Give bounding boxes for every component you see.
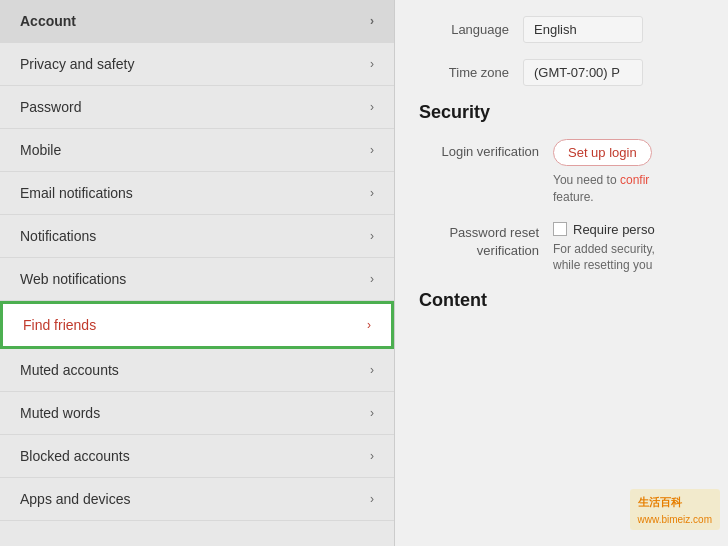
content-panel: Language English Time zone (GMT-07:00) P… <box>395 0 728 546</box>
timezone-label: Time zone <box>419 65 509 80</box>
chevron-right-icon: › <box>370 406 374 420</box>
password-reset-row: Password reset verification Require pers… <box>419 222 704 275</box>
sidebar-item-apps-devices[interactable]: Apps and devices › <box>0 478 394 521</box>
sidebar-item-find-friends[interactable]: Find friends › <box>0 301 394 349</box>
added-security-text: For added security, while resetting you <box>553 241 704 275</box>
verification-text: verification <box>477 243 539 258</box>
find-friends-label: Find friends <box>23 317 96 333</box>
security-section-title: Security <box>419 102 704 127</box>
confirm-link: confir <box>620 173 649 187</box>
require-checkbox-row: Require perso <box>553 222 704 237</box>
muted-accounts-label: Muted accounts <box>20 362 119 378</box>
require-checkbox[interactable] <box>553 222 567 236</box>
chevron-right-icon: › <box>370 229 374 243</box>
confirm-text: You need to confir feature. <box>553 172 704 206</box>
privacy-safety-label: Privacy and safety <box>20 56 134 72</box>
password-reset-text: Password reset <box>449 225 539 240</box>
login-verification-content: Set up login You need to confir feature. <box>553 139 704 206</box>
chevron-right-icon: › <box>370 492 374 506</box>
language-label: Language <box>419 22 509 37</box>
timezone-value: (GMT-07:00) P <box>523 59 643 86</box>
web-notifications-label: Web notifications <box>20 271 126 287</box>
content-inner: Language English Time zone (GMT-07:00) P… <box>395 0 728 327</box>
mobile-label: Mobile <box>20 142 61 158</box>
sidebar-item-muted-accounts[interactable]: Muted accounts › <box>0 349 394 392</box>
muted-words-label: Muted words <box>20 405 100 421</box>
sidebar-item-privacy-safety[interactable]: Privacy and safety › <box>0 43 394 86</box>
confirm-text-main: You need to confir <box>553 173 649 187</box>
sidebar-item-account-label: Account <box>20 13 76 29</box>
sidebar-item-password[interactable]: Password › <box>0 86 394 129</box>
email-notifications-label: Email notifications <box>20 185 133 201</box>
sidebar-item-notifications[interactable]: Notifications › <box>0 215 394 258</box>
chevron-right-icon: › <box>370 14 374 28</box>
added-security-line1: For added security, <box>553 242 655 256</box>
sidebar-item-muted-words[interactable]: Muted words › <box>0 392 394 435</box>
sidebar-item-mobile[interactable]: Mobile › <box>0 129 394 172</box>
content-section-title: Content <box>419 290 704 311</box>
chevron-right-icon: › <box>370 272 374 286</box>
watermark-text: 生活百科 <box>638 496 682 508</box>
blocked-accounts-label: Blocked accounts <box>20 448 130 464</box>
chevron-right-icon: › <box>370 57 374 71</box>
login-verification-row: Login verification Set up login You need… <box>419 139 704 206</box>
timezone-row: Time zone (GMT-07:00) P <box>419 59 704 86</box>
language-value: English <box>523 16 643 43</box>
sidebar-item-account[interactable]: Account › <box>0 0 394 43</box>
password-reset-label: Password reset verification <box>419 222 539 260</box>
password-label: Password <box>20 99 81 115</box>
watermark: 生活百科 www.bimeiz.com <box>630 489 720 530</box>
require-label: Require perso <box>573 222 655 237</box>
sidebar: Account › Privacy and safety › Password … <box>0 0 395 546</box>
confirm-text-feature: feature. <box>553 190 594 204</box>
login-verification-label: Login verification <box>419 139 539 159</box>
notifications-label: Notifications <box>20 228 96 244</box>
watermark-url: www.bimeiz.com <box>638 514 712 525</box>
chevron-right-icon: › <box>367 318 371 332</box>
chevron-right-icon: › <box>370 186 374 200</box>
sidebar-item-web-notifications[interactable]: Web notifications › <box>0 258 394 301</box>
chevron-right-icon: › <box>370 449 374 463</box>
sidebar-item-blocked-accounts[interactable]: Blocked accounts › <box>0 435 394 478</box>
added-security-line2: while resetting you <box>553 258 652 272</box>
setup-login-button[interactable]: Set up login <box>553 139 652 166</box>
language-row: Language English <box>419 16 704 43</box>
password-reset-content: Require perso For added security, while … <box>553 222 704 275</box>
chevron-right-icon: › <box>370 363 374 377</box>
apps-devices-label: Apps and devices <box>20 491 131 507</box>
chevron-right-icon: › <box>370 100 374 114</box>
sidebar-item-email-notifications[interactable]: Email notifications › <box>0 172 394 215</box>
chevron-right-icon: › <box>370 143 374 157</box>
